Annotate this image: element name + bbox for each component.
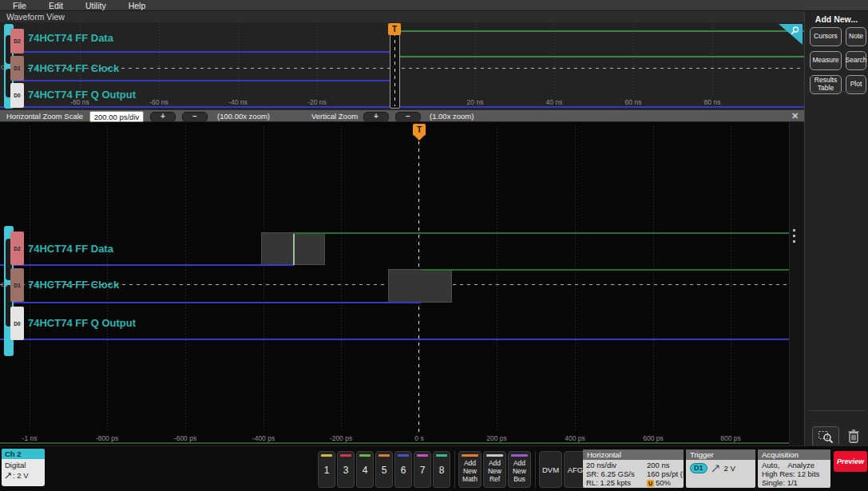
- channel-button-label: 3: [338, 465, 354, 476]
- h-zoom-plus-button[interactable]: +: [150, 112, 176, 122]
- zoom-axis-tick: -1 ns: [22, 434, 38, 442]
- trash-icon: [847, 429, 860, 444]
- tab-waveform-view[interactable]: Waveform View: [6, 12, 65, 22]
- channel-6-button[interactable]: 6: [394, 451, 412, 488]
- h-scale-value: 20 ns/div: [586, 461, 647, 469]
- menu-help[interactable]: Help: [129, 1, 146, 10]
- acquisition-panel[interactable]: Acquisition Auto, Analyze High Res: 12 b…: [758, 449, 830, 488]
- channel-button-label: 6: [395, 465, 411, 476]
- zoom-window-slider[interactable]: [390, 23, 400, 109]
- channel-5-button[interactable]: 5: [375, 451, 393, 488]
- add-new-cursors-button[interactable]: Cursors: [810, 27, 842, 46]
- gridline: [497, 126, 497, 433]
- h-zoom-minus-button[interactable]: −: [182, 112, 208, 122]
- preview-button[interactable]: Preview: [834, 451, 867, 472]
- zoom-axis-tick: 400 ps: [565, 434, 585, 442]
- divider-drag-handle[interactable]: [793, 229, 795, 243]
- zoom-axis-tick: -200 ps: [330, 434, 352, 442]
- zoom-axis-tick: -400 ps: [252, 434, 275, 442]
- channel-button-label: 8: [434, 465, 450, 476]
- channel-label-data-zoom[interactable]: 74HCT74 FF Data: [28, 243, 113, 255]
- channel-color-stripe: [340, 454, 351, 457]
- zoom-axis-tick: -600 ps: [174, 434, 196, 442]
- channel-label-q-output-zoom[interactable]: 74HCT74 FF Q Output: [28, 317, 136, 329]
- dot: [793, 229, 795, 232]
- dvm-button[interactable]: DVM: [539, 451, 562, 488]
- badge-d2[interactable]: D2: [10, 29, 24, 53]
- vertical-zoom-label: Vertical Zoom: [311, 112, 358, 121]
- gridline: [264, 126, 264, 433]
- h-sample-rate: SR: 6.25 GS/s: [586, 469, 647, 478]
- channel-button-row: 1345678Add New MathAdd New RefAdd New Bu…: [318, 451, 587, 488]
- close-zoom-view-button[interactable]: ✕: [791, 111, 799, 121]
- add-new-search-button[interactable]: Search: [846, 51, 866, 70]
- bus-link-label-zoom: C2: [1, 282, 7, 287]
- clock-low-segment: [14, 302, 421, 303]
- zoom-axis-tick: 800 ps: [720, 434, 741, 442]
- zoom-axis-tick: 200 ps: [486, 434, 507, 442]
- horizontal-zoom-scale-input[interactable]: [89, 111, 144, 122]
- gridline: [238, 24, 239, 97]
- button-color-stripe: [486, 454, 503, 457]
- channel-1-button[interactable]: 1: [318, 451, 335, 488]
- clock-high-line-overview: [400, 56, 804, 57]
- menu-utility[interactable]: Utility: [85, 1, 106, 10]
- magnifier-icon: [790, 26, 800, 36]
- zoom-mode-button[interactable]: [812, 426, 839, 447]
- add-new-math-button[interactable]: Add New Math: [458, 451, 482, 488]
- view-bottom-border: [0, 442, 789, 444]
- overview-axis-tick: 60 ns: [625, 98, 642, 106]
- acq-resolution: High Res: 12 bits: [762, 469, 830, 478]
- delete-button[interactable]: [845, 427, 862, 445]
- v-zoom-minus-button[interactable]: −: [395, 112, 421, 122]
- channel-color-stripe: [379, 454, 390, 457]
- dot: [793, 240, 795, 243]
- add-new-measure-button[interactable]: Measure: [810, 51, 842, 70]
- divider: [533, 451, 537, 488]
- badge-d1[interactable]: D1: [10, 56, 24, 81]
- horizontal-panel[interactable]: Horizontal 20 ns/div 200 ns SR: 6.25 GS/…: [583, 449, 684, 488]
- channel-label-q-output[interactable]: 74HCT74 FF Q Output: [28, 89, 136, 101]
- h-zoom-factor-label: (100.00x zoom): [217, 112, 270, 121]
- gridline: [341, 126, 342, 433]
- menu-edit[interactable]: Edit: [49, 1, 63, 10]
- overview-axis-tick: -40 ns: [228, 98, 248, 106]
- channel-2-badge[interactable]: Ch 2 Digital : 2 V: [2, 449, 45, 486]
- channel-label-data[interactable]: 74HCT74 FF Data: [28, 32, 113, 44]
- badge-d2-zoom[interactable]: D2: [10, 232, 24, 265]
- trigger-marker-zoom[interactable]: T: [413, 124, 426, 136]
- add-new-bus-button[interactable]: Add New Bus: [508, 451, 531, 488]
- v-zoom-plus-button[interactable]: +: [363, 112, 389, 122]
- channel-2-title: Ch 2: [2, 449, 45, 459]
- add-new-ref-button[interactable]: Add New Ref: [483, 451, 506, 488]
- channel-8-button[interactable]: 8: [433, 451, 450, 488]
- trigger-panel[interactable]: Trigger D1 2 V: [686, 449, 755, 488]
- badge-d0[interactable]: D0: [10, 83, 24, 108]
- trigger-marker-overview[interactable]: T: [388, 23, 401, 35]
- menu-file[interactable]: File: [13, 1, 26, 10]
- add-new-title: Add New...: [805, 14, 868, 24]
- channel-color-stripe: [417, 454, 428, 457]
- channel-button-label: 4: [357, 465, 373, 476]
- overview-axis-tick: 80 ns: [704, 98, 721, 106]
- gridline: [712, 24, 713, 97]
- button-label: Add New Math: [459, 459, 481, 484]
- clock-high-segment: [421, 269, 789, 271]
- channel-button-label: 5: [376, 465, 392, 476]
- channel-3-button[interactable]: 3: [337, 451, 355, 488]
- channel-label-clock-zoom[interactable]: 74HCT74 FF Clock: [28, 279, 119, 291]
- q-output-low-segment: [0, 339, 789, 340]
- badge-d1-zoom[interactable]: D1: [10, 268, 24, 302]
- channel-4-button[interactable]: 4: [356, 451, 374, 488]
- button-color-stripe: [462, 454, 478, 457]
- trigger-panel-body: D1 2 V: [686, 460, 755, 473]
- menu-bar: File Edit Utility Help: [0, 0, 868, 11]
- channel-2-threshold: : 2 V: [2, 471, 45, 480]
- add-new-note-button[interactable]: Note: [846, 27, 866, 46]
- trigger-dashed-line: [394, 26, 395, 106]
- channel-color-stripe: [321, 454, 332, 457]
- badge-d0-zoom[interactable]: D0: [10, 307, 24, 340]
- h-resolution: 160 ps/pt (IT: [647, 469, 684, 478]
- channel-label-clock[interactable]: 74HCT74 FF Clock: [28, 62, 119, 74]
- channel-7-button[interactable]: 7: [414, 451, 431, 488]
